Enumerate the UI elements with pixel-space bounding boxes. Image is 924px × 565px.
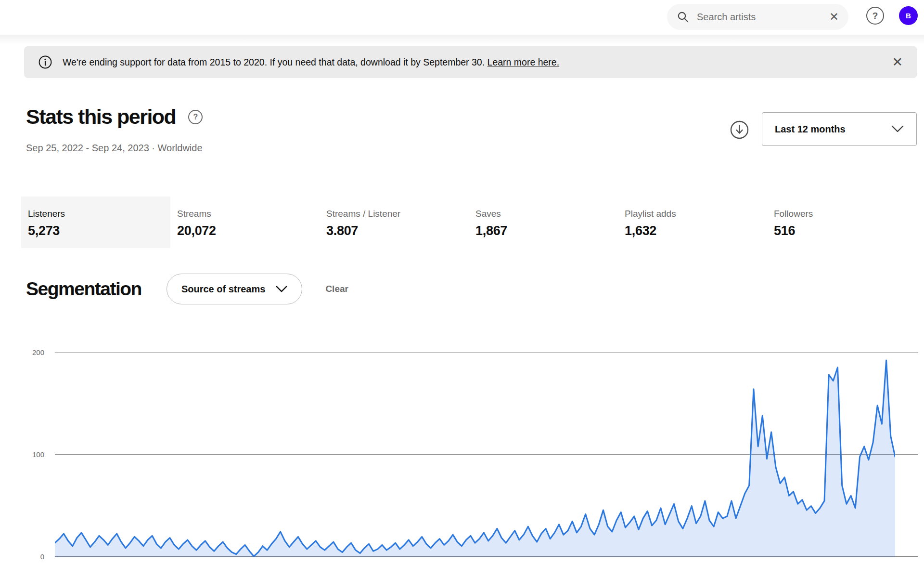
stat-label: Streams / Listener — [326, 209, 462, 219]
period-dropdown[interactable]: Last 12 months — [762, 112, 917, 146]
stat-value: 3.807 — [326, 223, 462, 238]
top-bar: ✕ ? B — [0, 0, 924, 35]
listeners-area-chart[interactable]: 200 100 0 — [0, 337, 924, 565]
avatar[interactable]: B — [899, 6, 918, 25]
period-dropdown-value: Last 12 months — [775, 124, 846, 135]
stat-card-followers[interactable]: Followers 516 — [767, 197, 916, 248]
banner-close-icon[interactable]: ✕ — [892, 56, 903, 69]
info-circle-icon — [38, 55, 52, 69]
y-axis-tick-100: 100 — [25, 450, 44, 459]
search-bar[interactable]: ✕ — [667, 4, 848, 30]
header-shadow — [0, 35, 924, 44]
download-button[interactable] — [730, 120, 749, 139]
stat-value: 1,632 — [625, 223, 760, 238]
clear-filter-button[interactable]: Clear — [325, 284, 348, 294]
segmentation-filter-value: Source of streams — [181, 284, 266, 295]
stat-card-streams[interactable]: Streams 20,072 — [170, 197, 320, 248]
stat-cards-row: Listeners 5,273 Streams 20,072 Streams /… — [21, 197, 917, 248]
stat-card-listeners[interactable]: Listeners 5,273 — [21, 197, 170, 248]
segmentation-title: Segmentation — [26, 278, 141, 300]
stat-card-saves[interactable]: Saves 1,867 — [469, 197, 618, 248]
help-icon[interactable]: ? — [866, 7, 884, 25]
banner-message: We're ending support for data from 2015 … — [63, 57, 488, 67]
stat-value: 20,072 — [177, 223, 313, 238]
search-clear-icon[interactable]: ✕ — [829, 11, 839, 23]
stat-card-playlist-adds[interactable]: Playlist adds 1,632 — [618, 197, 767, 248]
stat-value: 5,273 — [28, 223, 164, 238]
learn-more-link[interactable]: Learn more here. — [488, 57, 560, 67]
stat-value: 1,867 — [475, 223, 611, 238]
deprecation-banner: We're ending support for data from 2015 … — [24, 46, 917, 78]
segmentation-filter-dropdown[interactable]: Source of streams — [167, 274, 303, 304]
banner-text: We're ending support for data from 2015 … — [63, 57, 559, 68]
y-axis-tick-0: 0 — [25, 552, 44, 561]
listeners-chart-svg — [55, 351, 895, 557]
stat-label: Followers — [774, 209, 910, 219]
y-axis-tick-200: 200 — [25, 348, 44, 356]
stats-help-icon[interactable]: ? — [188, 110, 203, 124]
chevron-down-icon — [276, 286, 287, 293]
chevron-down-icon — [891, 125, 904, 133]
stat-label: Listeners — [28, 209, 164, 219]
stat-label: Playlist adds — [625, 209, 760, 219]
stat-label: Streams — [177, 209, 313, 219]
stat-value: 516 — [774, 223, 910, 238]
page-title: Stats this period — [26, 105, 176, 129]
chart-area-fill — [55, 360, 895, 557]
date-range-label: Sep 25, 2022 - Sep 24, 2023 · Worldwide — [26, 143, 203, 154]
search-icon — [677, 11, 689, 23]
stat-label: Saves — [475, 209, 611, 219]
stat-card-streams-per-listener[interactable]: Streams / Listener 3.807 — [320, 197, 469, 248]
download-circle-icon — [730, 120, 749, 139]
search-input[interactable] — [697, 12, 829, 23]
